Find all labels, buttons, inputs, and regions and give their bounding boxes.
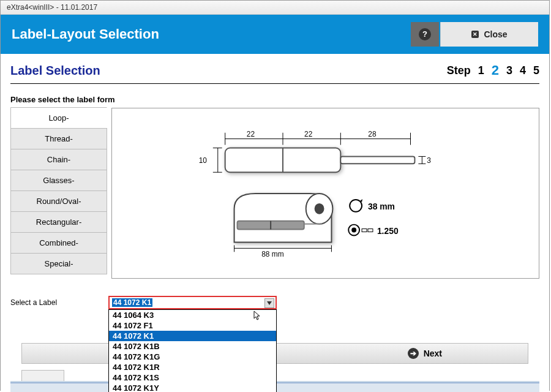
page-title: Label Selection <box>10 64 447 78</box>
content-area: Label Selection Step 1 2 3 4 5 Please se… <box>1 54 549 392</box>
status-tab <box>21 370 64 382</box>
dropdown-item[interactable]: 44 1072 K1 <box>109 331 276 341</box>
step-3[interactable]: 3 <box>506 64 512 77</box>
dropdown-item[interactable]: 44 1064 K3 <box>109 310 276 320</box>
window-titlebar: eXtra4<winIII> - 11.01.2017 <box>1 1 549 15</box>
arrow-right-icon: ➔ <box>408 348 419 359</box>
svg-rect-13 <box>340 156 414 164</box>
dropdown-item[interactable]: 44 1072 K1B <box>109 341 276 352</box>
tab-list: Loop- Thread- Chain- Glasses- Round/Oval… <box>10 108 107 279</box>
step-1[interactable]: 1 <box>478 64 484 77</box>
tab-loop[interactable]: Loop- <box>10 107 107 129</box>
preview-diagram: 22 22 28 <box>112 108 539 278</box>
step-indicator: Step 1 2 3 4 5 <box>447 62 539 78</box>
svg-text:88 mm: 88 mm <box>261 250 283 258</box>
svg-text:10: 10 <box>199 156 208 165</box>
close-label: Close <box>484 29 507 39</box>
svg-point-34 <box>352 228 356 232</box>
tab-special[interactable]: Special- <box>10 253 107 274</box>
dropdown-item[interactable]: 44 1072 K1G <box>109 352 276 362</box>
close-icon: ✕ <box>471 31 479 38</box>
instruction-text: Please select the label form <box>10 95 539 104</box>
svg-rect-36 <box>368 229 373 232</box>
svg-text:3: 3 <box>427 156 431 165</box>
close-button[interactable]: ✕ Close <box>440 22 538 47</box>
svg-point-31 <box>350 200 362 212</box>
subheader: Label Selection Step 1 2 3 4 5 <box>10 60 539 83</box>
window-title: eXtra4<winIII> - 11.01.2017 <box>7 3 97 12</box>
tab-glasses[interactable]: Glasses- <box>10 170 107 191</box>
dropdown-item[interactable]: 44 1072 K1S <box>109 372 276 383</box>
svg-text:22: 22 <box>247 130 255 138</box>
label-dropdown[interactable]: 44 1072 K1 44 1064 K3 44 1072 F1 44 1072… <box>108 296 277 309</box>
select-row: Select a Label 44 1072 K1 44 1064 K3 44 … <box>10 296 539 309</box>
svg-point-23 <box>315 204 324 214</box>
tab-round-oval[interactable]: Round/Oval- <box>10 190 107 212</box>
svg-text:38 mm: 38 mm <box>368 202 395 211</box>
cursor-icon <box>253 311 262 322</box>
svg-text:22: 22 <box>304 130 313 138</box>
step-2[interactable]: 2 <box>492 62 499 78</box>
dropdown-list: 44 1064 K3 44 1072 F1 44 1072 K1 44 1072… <box>108 309 277 392</box>
svg-rect-35 <box>362 229 367 232</box>
step-4[interactable]: 4 <box>520 64 526 77</box>
app-window: eXtra4<winIII> - 11.01.2017 Label-Layout… <box>0 0 550 391</box>
help-button[interactable]: ? <box>411 22 439 47</box>
help-icon: ? <box>419 28 431 40</box>
header-bar: Label-Layout Selection ? ✕ Close <box>1 15 549 54</box>
dropdown-item[interactable]: 44 1072 K1Y <box>109 383 276 392</box>
tab-combined[interactable]: Combined- <box>10 232 107 254</box>
svg-text:1.250: 1.250 <box>377 226 399 236</box>
step-5[interactable]: 5 <box>533 64 539 77</box>
divider <box>10 83 539 84</box>
dropdown-current[interactable]: 44 1072 K1 <box>108 296 277 309</box>
header-title: Label-Layout Selection <box>12 26 411 42</box>
dropdown-current-value: 44 1072 K1 <box>112 298 152 307</box>
dropdown-item[interactable]: 44 1072 K1R <box>109 362 276 372</box>
dropdown-arrow-icon[interactable] <box>264 298 274 308</box>
tab-thread[interactable]: Thread- <box>10 128 107 149</box>
next-button[interactable]: ➔ Next <box>408 348 442 359</box>
tab-chain[interactable]: Chain- <box>10 149 107 170</box>
next-label: Next <box>424 349 442 358</box>
tab-rectangular[interactable]: Rectangular- <box>10 211 107 233</box>
svg-text:28: 28 <box>368 130 377 138</box>
label-preview: 22 22 28 <box>111 108 539 279</box>
main-area: Loop- Thread- Chain- Glasses- Round/Oval… <box>10 108 539 279</box>
select-label: Select a Label <box>10 296 108 307</box>
dropdown-item[interactable]: 44 1072 F1 <box>109 320 276 331</box>
step-label: Step <box>447 64 471 77</box>
